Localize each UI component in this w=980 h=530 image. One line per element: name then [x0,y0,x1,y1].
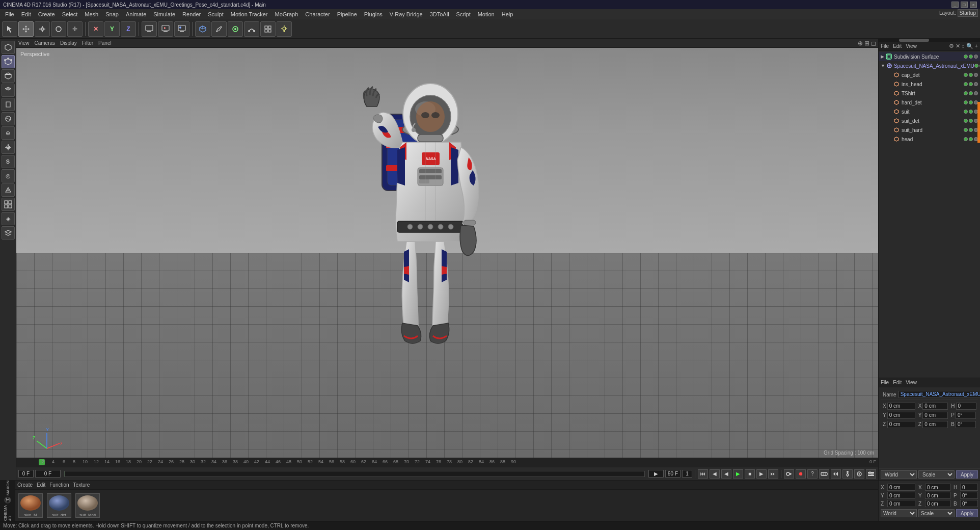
polygon-mode-btn[interactable] [2,55,15,68]
mat-texture-menu[interactable]: Texture [73,482,90,488]
menu-simulate[interactable]: Simulate [150,10,178,18]
attr-file-menu[interactable]: File [881,380,889,385]
menu-sculpt[interactable]: Sculpt [205,10,227,18]
menu-3dtoall[interactable]: 3DToAll [427,10,452,18]
menu-mograph[interactable]: MoGraph [271,10,301,18]
apply-button[interactable]: Apply [956,470,978,479]
orange-accent-tab[interactable] [977,102,980,143]
s-tool-btn[interactable]: S [2,155,15,168]
coord-bottom-y-sub-input[interactable] [925,492,950,499]
coord-bottom-x-input[interactable] [887,484,915,491]
dot-2[interactable] [969,110,973,114]
menu-pipeline[interactable]: Pipeline [334,10,360,18]
tree-item-suit-det[interactable]: suit_det [879,116,980,125]
coord-z-input[interactable] [887,421,915,428]
tree-item-spacesuit[interactable]: ▼ Spacesuit_NASA_Astronaut_xEMU [879,61,980,70]
tree-item-hard-det[interactable]: hard_det [879,98,980,107]
coord-p-input[interactable] [956,412,976,419]
object-mode-x[interactable]: ✕ [88,21,103,37]
coord-bottom-x-sub-input[interactable] [925,484,950,491]
fps-display[interactable]: 90 F [665,470,680,478]
walk-btn[interactable] [842,469,853,479]
fps-val[interactable]: 1 [682,470,692,478]
coord-sub-y-input[interactable] [922,412,948,419]
dot-2[interactable] [969,119,973,123]
attr-edit-menu[interactable]: Edit [893,380,902,385]
coord-bottom-h-input[interactable] [960,484,978,491]
maximize-button[interactable]: □ [961,2,968,8]
om-view-menu[interactable]: View [906,43,917,49]
coord-bottom-y-input[interactable] [887,492,915,499]
goto-start-btn[interactable]: ⏮ [698,469,708,479]
dot-1[interactable] [964,137,968,141]
scale-tool-btn[interactable] [35,21,50,37]
generator-btn[interactable] [260,21,276,37]
close-button[interactable]: × [970,2,977,8]
tree-item-cap-det[interactable]: cap_det [879,70,980,80]
menu-vray[interactable]: V-Ray Bridge [387,10,426,18]
menu-edit[interactable]: Edit [18,10,34,18]
om-icon-1[interactable]: ⚙ [949,43,954,49]
menu-mesh[interactable]: Mesh [81,10,101,18]
layout-dropdown[interactable]: Startup [958,9,978,17]
viewport-canvas[interactable]: Perspective [16,48,878,458]
attr-view-menu[interactable]: View [906,380,917,385]
next-frame-btn[interactable]: ▶ [756,469,767,479]
dot-1[interactable] [964,55,968,59]
dot-3[interactable] [974,82,978,86]
dot-btn[interactable] [854,469,864,479]
ipr-btn[interactable] [174,21,189,37]
coord-h-input[interactable] [956,403,976,410]
play-btn[interactable]: ▶ [733,469,743,479]
coord-sub-z-input[interactable] [922,421,948,428]
render-btn[interactable] [158,21,173,37]
coord-sub-x-input[interactable] [922,403,948,410]
material-suit-det[interactable]: suit_det [47,493,71,518]
layer-btn[interactable] [2,226,15,240]
menu-motion[interactable]: Motion [475,10,498,18]
viewport-menu-display[interactable]: Display [60,40,77,46]
minimize-button[interactable]: _ [951,2,959,8]
stop-btn[interactable]: ■ [745,469,755,479]
light-btn[interactable] [277,21,292,37]
coord-y-input[interactable] [887,412,915,419]
vp-nav-icon1[interactable]: ⊕ [858,40,863,47]
settings-btn[interactable] [866,469,876,479]
world-dropdown[interactable]: World [881,470,917,479]
viewport-menu-view[interactable]: View [18,40,30,46]
menu-script[interactable]: Script [453,10,474,18]
tree-item-tshirt[interactable]: TShirt [879,89,980,98]
dot-3[interactable] [974,73,978,77]
coord-bottom-z-input[interactable] [887,500,915,507]
vp-nav-icon3[interactable]: ◻ [871,40,876,47]
dot-2[interactable] [969,73,973,77]
transform-tool-btn[interactable]: ✛ [67,21,83,37]
current-frame-input[interactable]: 0 F [35,470,61,478]
om-edit-menu[interactable]: Edit [893,43,902,49]
om-icon-3[interactable]: ↕ [962,43,965,49]
select-tool-btn[interactable] [2,21,17,37]
coord-x-input[interactable] [887,403,915,410]
dot-1[interactable] [964,110,968,114]
deformer-btn[interactable] [244,21,259,37]
viewport-menu-panel[interactable]: Panel [98,40,112,46]
texture-mode-btn[interactable] [2,112,15,125]
viewport-menu-cameras[interactable]: Cameras [35,40,56,46]
material-btn[interactable]: ◈ [2,212,15,225]
apply-btn-bottom[interactable]: Apply [956,509,978,517]
right-panel-scrollbar[interactable] [879,39,980,42]
weight-btn[interactable] [2,183,15,197]
edge-mode-btn[interactable] [2,69,15,83]
cube-btn[interactable] [195,21,210,37]
material-suit-mati[interactable]: suit_Mati [75,493,100,518]
menu-file[interactable]: File [2,10,17,18]
dot-1[interactable] [964,100,968,104]
dot-2[interactable] [969,100,973,104]
play-reverse-btn[interactable]: ◀ [721,469,731,479]
spline-btn[interactable] [228,21,243,37]
menu-help[interactable]: Help [499,10,516,18]
scale-dropdown[interactable]: Scale [918,470,955,479]
menu-select[interactable]: Select [59,10,81,18]
preview-range[interactable]: ▶ [648,470,664,478]
timeline-scrubber[interactable] [64,471,645,477]
